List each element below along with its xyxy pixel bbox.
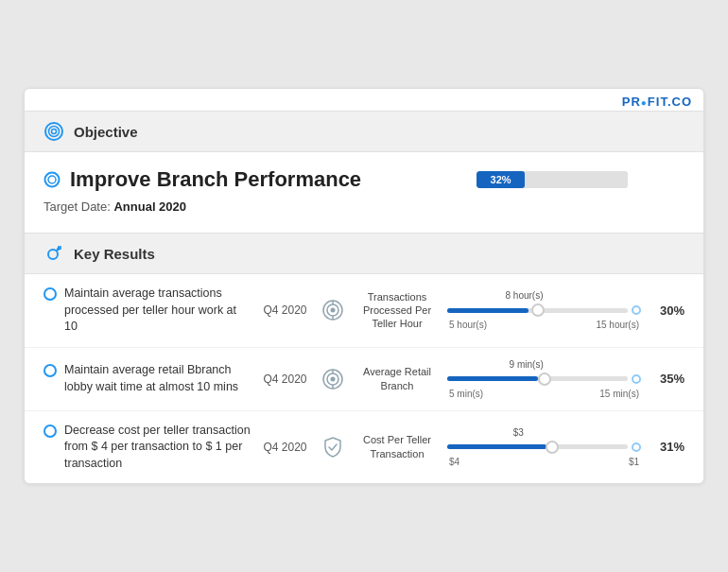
logo-area: PR●FIT.CO <box>25 89 703 111</box>
objective-title: Improve Branch Performance <box>70 167 361 192</box>
kr-metric-label-1: Transactions Processed Per Teller Hour <box>355 290 440 331</box>
kr-percent-1: 30% <box>649 303 685 318</box>
objective-title-left: Improve Branch Performance <box>43 167 361 192</box>
objective-content: Improve Branch Performance 32% Target Da… <box>25 152 703 233</box>
slider-bottom-labels-2: 5 min(s) 15 min(s) <box>447 389 641 399</box>
progress-bar-inner: 32% <box>477 171 525 188</box>
slider-end-circle-1 <box>632 305 641 315</box>
slider-fill-1 <box>447 308 529 313</box>
kr-row-2: Maintain average retail Bbranch lobby wa… <box>25 348 703 411</box>
svg-point-18 <box>331 376 336 381</box>
slider-min-label-3: $4 <box>449 457 459 467</box>
svg-point-15 <box>44 365 56 376</box>
slider-end-circle-2 <box>632 374 641 384</box>
kr-circle-icon-2 <box>43 364 57 377</box>
svg-point-9 <box>44 288 56 300</box>
kr-description-3: Decrease cost per teller transaction fro… <box>64 423 251 473</box>
slider-track-row-3 <box>447 440 641 455</box>
kr-row-3: Decrease cost per teller transaction fro… <box>25 411 703 484</box>
progress-bar-outer: 32% <box>477 171 628 188</box>
slider-max-label-3: $1 <box>629 457 639 467</box>
kr-description-2: Maintain average retail Bbranch lobby wa… <box>64 362 251 395</box>
shield-icon-3 <box>321 436 344 459</box>
kr-desc-2: Maintain average retail Bbranch lobby wa… <box>43 362 251 395</box>
kr-circle-icon-1 <box>43 287 57 301</box>
kr-desc-3: Decrease cost per teller transaction fro… <box>43 423 251 473</box>
key-results-title: Key Results <box>74 246 155 262</box>
progress-container: 32% <box>477 171 685 188</box>
slider-thumb-1 <box>531 303 545 317</box>
slider-end-circle-3 <box>632 442 641 452</box>
key-results-section-header: Key Results <box>25 233 703 274</box>
svg-point-4 <box>48 176 56 183</box>
kr-slider-area-3: $3 $4 $1 <box>447 427 641 467</box>
kr-quarter-2: Q4 2020 <box>259 373 311 386</box>
logo: PR●FIT.CO <box>622 95 692 109</box>
kr-metric-label-2: Average Retail Branch <box>355 365 440 392</box>
progress-label: 32% <box>491 174 511 185</box>
slider-thumb-2 <box>538 373 551 386</box>
target-date-label: Target Date: <box>43 199 111 214</box>
slider-fill-2 <box>447 376 538 381</box>
slider-track-1 <box>447 308 628 313</box>
kr-quarter-3: Q4 2020 <box>259 441 311 454</box>
slider-track-2 <box>447 376 628 381</box>
slider-track-3 <box>447 444 628 449</box>
kr-slider-area-2: 9 min(s) 5 min(s) 15 min(s) <box>447 359 641 399</box>
target-date-value: Annual 2020 <box>113 199 186 214</box>
kr-percent-2: 35% <box>649 372 685 386</box>
slider-track-row-2 <box>447 372 641 387</box>
kr-icon-1 <box>319 299 347 321</box>
kr-desc-1: Maintain average transactions processed … <box>43 286 251 336</box>
kr-metric-label-3: Cost Per Teller Transaction <box>355 433 440 460</box>
kr-circle-icon-3 <box>43 425 57 438</box>
slider-bottom-labels-1: 5 hour(s) 15 hour(s) <box>447 320 641 330</box>
svg-point-12 <box>331 308 336 313</box>
svg-point-3 <box>45 173 60 187</box>
kr-top-label-3: $3 <box>513 427 524 438</box>
slider-max-label-2: 15 min(s) <box>599 389 639 399</box>
slider-thumb-3 <box>546 441 559 454</box>
slider-min-label-1: 5 hour(s) <box>449 320 487 330</box>
slider-max-label-1: 15 hour(s) <box>596 320 639 330</box>
kr-top-label-1: 8 hour(s) <box>506 290 544 301</box>
kr-icon-3 <box>319 436 347 459</box>
kr-slider-area-1: 8 hour(s) 5 hour(s) 15 hour(s) <box>447 290 641 330</box>
target-icon-1 <box>321 299 344 321</box>
kr-row-1: Maintain average transactions processed … <box>25 274 703 348</box>
target-icon-2 <box>321 368 344 390</box>
svg-point-1 <box>49 127 60 137</box>
kr-percent-3: 31% <box>649 440 685 454</box>
objective-section-title: Objective <box>74 124 138 140</box>
svg-point-2 <box>52 130 57 134</box>
kr-quarter-1: Q4 2020 <box>259 303 311 317</box>
svg-point-21 <box>44 425 56 437</box>
svg-point-0 <box>45 123 62 140</box>
key-results-icon <box>43 243 64 264</box>
objective-circle-icon <box>43 171 61 188</box>
slider-track-row-1 <box>447 303 641 318</box>
slider-min-label-2: 5 min(s) <box>449 389 483 399</box>
objective-title-row: Improve Branch Performance 32% <box>43 167 685 192</box>
kr-icon-2 <box>319 368 347 390</box>
slider-bottom-labels-3: $4 $1 <box>447 457 641 467</box>
objective-section-header: Objective <box>25 111 703 152</box>
target-date: Target Date: Annual 2020 <box>43 199 685 221</box>
kr-description-1: Maintain average transactions processed … <box>64 286 251 336</box>
kr-top-label-2: 9 min(s) <box>510 359 544 370</box>
objective-icon <box>43 121 64 142</box>
slider-fill-3 <box>447 444 546 449</box>
main-card: PR●FIT.CO Objective Improve Branch Perfo… <box>24 88 704 484</box>
